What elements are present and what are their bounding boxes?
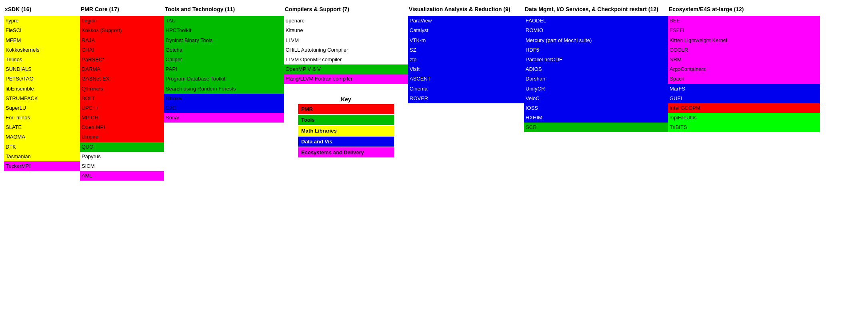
item-col1-row12: Umpire <box>80 132 164 142</box>
item-col2-row5: PAPI <box>164 64 284 74</box>
item-col0-row15: TuckerMPI <box>4 161 80 171</box>
key-item-2: Math Libraries <box>298 126 394 136</box>
item-col3-row3: CHiLL Autotuning Compiler <box>284 45 408 55</box>
item-col5-row7: UnifyCR <box>524 84 668 94</box>
item-col5-row8: VeloC <box>524 94 668 103</box>
col-header-0: xSDK (16) <box>4 4 80 16</box>
item-col5-row2: Mercury (part of Mochi suite) <box>524 36 668 45</box>
item-col5-row11: SCR <box>524 123 668 132</box>
item-col1-row7: Qthreads <box>80 84 164 94</box>
item-col2-row8: Siboka <box>164 94 284 103</box>
column-1: PMR Core (17)LegionKokkos (Support)RAJAC… <box>80 4 164 181</box>
item-col2-row2: Dyninst Binary Tools <box>164 36 284 45</box>
item-col1-row3: CHAl <box>80 45 164 55</box>
col-header-2: Tools and Technology (11) <box>164 4 284 16</box>
item-col1-row16: AML <box>80 171 164 181</box>
item-col0-row14: Tasmanian <box>4 152 80 161</box>
item-col0-row11: SLATE <box>4 123 80 132</box>
item-col5-row1: ROMIO <box>524 26 668 35</box>
item-col4-row3: SZ <box>408 45 524 55</box>
item-col0-row4: Trilinos <box>4 55 80 64</box>
item-col1-row6: GASNet-EX <box>80 74 164 84</box>
item-col4-row2: VTK-m <box>408 36 524 45</box>
item-col1-row15: SICM <box>80 161 164 171</box>
key-title: Key <box>341 96 351 103</box>
item-col5-row4: Parallel netCDF <box>524 55 668 64</box>
item-col4-row6: ASCENT <box>408 74 524 84</box>
item-col3-row6: Flang/LLVM Fortran compiler <box>284 74 408 84</box>
item-col6-row10: mpiFileUtils <box>668 113 820 123</box>
column-4: Visualization Analysis & Reduction (9)Pa… <box>408 4 524 181</box>
key-item-0: PMR <box>298 104 394 114</box>
item-col1-row14: Papyrus <box>80 152 164 161</box>
item-col3-row5: OpenMP V & V <box>284 64 408 74</box>
item-col5-row5: ADIOS <box>524 64 668 74</box>
column-3: Compilers & Support (7)openarcKitsuneLLV… <box>284 4 408 181</box>
item-col3-row4: LLVM OpenMP compiler <box>284 55 408 64</box>
item-col6-row9: Intel GEOPM <box>668 103 820 113</box>
item-col2-row1: HPCToolkit <box>164 26 284 35</box>
item-col1-row9: UPC++ <box>80 103 164 113</box>
col-header-4: Visualization Analysis & Reduction (9) <box>408 4 524 16</box>
item-col4-row1: Catalyst <box>408 26 524 35</box>
column-6: Ecosystem/E4S at-large (12)BEEFSEFIKitte… <box>668 4 820 181</box>
item-col1-row2: RAJA <box>80 36 164 45</box>
item-col0-row7: libEnsemble <box>4 84 80 94</box>
item-col2-row10: Sonar <box>164 113 284 123</box>
item-col6-row6: Spack <box>668 74 820 84</box>
col-header-5: Data Mgmt, I/O Services, & Checkpoint re… <box>524 4 668 16</box>
col-header-3: Compilers & Support (7) <box>284 4 408 16</box>
item-col3-row1: Kitsune <box>284 26 408 35</box>
item-col4-row5: VisIt <box>408 64 524 74</box>
item-col6-row5: ArgoContainers <box>668 64 820 74</box>
item-col0-row0: hypre <box>4 16 80 26</box>
item-col0-row3: Kokkoskernels <box>4 45 80 55</box>
column-2: Tools and Technology (11)TAUHPCToolkitDy… <box>164 4 284 181</box>
item-col2-row3: Gotcha <box>164 45 284 55</box>
item-col0-row5: SUNDIALS <box>4 64 80 74</box>
item-col4-row0: ParaView <box>408 16 524 26</box>
key-item-4: Ecosystems and Delivery <box>298 147 394 157</box>
item-col0-row13: DTK <box>4 142 80 152</box>
item-col1-row4: PaRSEC* <box>80 55 164 64</box>
item-col1-row5: DARMA <box>80 64 164 74</box>
key-item-3: Data and Vis <box>298 137 394 147</box>
item-col0-row2: MFEM <box>4 36 80 45</box>
key-section: KeyPMRToolsMath LibrariesData and VisEco… <box>284 96 408 158</box>
item-col2-row6: Program Database Toolkit <box>164 74 284 84</box>
item-col0-row8: STRUMPACK <box>4 94 80 103</box>
column-0: xSDK (16)hypreFleSCIMFEMKokkoskernelsTri… <box>4 4 80 181</box>
item-col6-row0: BEE <box>668 16 820 26</box>
item-col6-row2: Kitten Lightweight Kernel <box>668 36 820 45</box>
item-col0-row12: MAGMA <box>4 132 80 142</box>
column-5: Data Mgmt, I/O Services, & Checkpoint re… <box>524 4 668 181</box>
item-col5-row6: Darshan <box>524 74 668 84</box>
col-header-1: PMR Core (17) <box>80 4 164 16</box>
key-item-1: Tools <box>298 115 394 125</box>
item-col3-row0: openarc <box>284 16 408 26</box>
col-header-6: Ecosystem/E4S at-large (12) <box>668 4 820 16</box>
item-col0-row9: SuperLU <box>4 103 80 113</box>
item-col1-row13: QUO <box>80 142 164 152</box>
item-col1-row10: MPICH <box>80 113 164 123</box>
item-col2-row4: Caliper <box>164 55 284 64</box>
item-col6-row4: NRM <box>668 55 820 64</box>
item-col1-row1: Kokkos (Support) <box>80 26 164 35</box>
item-col4-row7: Cinema <box>408 84 524 94</box>
item-col3-row2: LLVM <box>284 36 408 45</box>
item-col4-row8: ROVER <box>408 94 524 103</box>
item-col2-row0: TAU <box>164 16 284 26</box>
item-col6-row7: MarFS <box>668 84 820 94</box>
item-col5-row3: HDF5 <box>524 45 668 55</box>
main-grid: xSDK (16)hypreFleSCIMFEMKokkoskernelsTri… <box>4 4 864 181</box>
item-col0-row1: FleSCI <box>4 26 80 35</box>
item-col4-row4: zfp <box>408 55 524 64</box>
item-col6-row3: COOLR <box>668 45 820 55</box>
item-col0-row6: PETSc/TAO <box>4 74 80 84</box>
item-col1-row8: BOLT <box>80 94 164 103</box>
item-col6-row8: GUFI <box>668 94 820 103</box>
item-col6-row11: TriBITS <box>668 123 820 132</box>
item-col5-row10: HXHIM <box>524 113 668 123</box>
item-col6-row1: FSEFI <box>668 26 820 35</box>
item-col5-row9: IOSS <box>524 103 668 113</box>
